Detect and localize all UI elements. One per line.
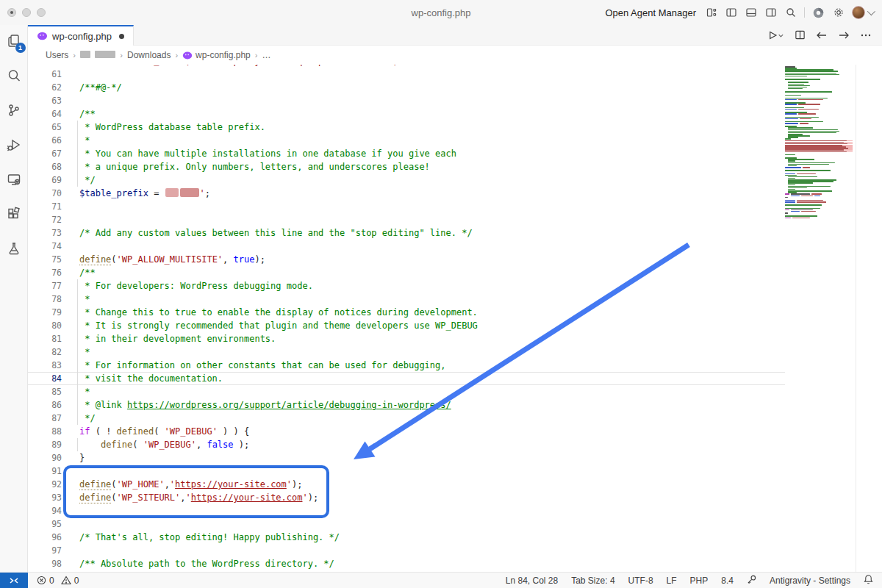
code-line[interactable]: 95 [28,517,785,531]
code-line[interactable]: 70$table_prefix = '; [28,187,785,200]
code-line[interactable]: 87 */ [28,412,785,425]
open-agent-manager-button[interactable]: Open Agent Manager [605,7,696,18]
line-number[interactable]: 64 [28,107,68,121]
line-number[interactable]: 89 [28,438,68,451]
tab-size-indicator[interactable]: Tab Size: 4 [571,576,614,586]
minimize-window-button[interactable] [22,8,31,17]
line-number[interactable]: 96 [28,531,68,544]
code-line[interactable]: 85 * [28,385,785,398]
code-line[interactable]: 73/* Add any custom values between this … [28,226,785,240]
testing-beaker-icon[interactable] [5,240,23,257]
line-number[interactable]: 88 [28,425,68,438]
code-line[interactable]: 67 * You can have multiple installations… [28,147,785,160]
code-line[interactable]: 74 [28,240,785,253]
code-line[interactable]: 88if ( ! defined( 'WP_DEBUG' ) ) { [28,425,785,438]
line-number[interactable]: 93 [28,491,68,504]
line-number[interactable]: 72 [28,213,68,226]
code-line[interactable]: 98/** Absolute path to the WordPress dir… [28,557,785,570]
code-line[interactable]: 61 [28,68,785,81]
line-number[interactable]: 97 [28,544,68,557]
code-line[interactable]: 64/** [28,107,785,121]
php-version-indicator[interactable]: 8.4 [721,576,734,586]
cursor-position[interactable]: Ln 84, Col 28 [506,576,558,586]
key-icon[interactable] [747,575,756,587]
code-line[interactable]: 79 * Change this to true to enable the d… [28,306,785,319]
code-editor[interactable]: 60define( 'NONCE_SALT', 'put your unique… [28,65,882,572]
code-line[interactable]: 76/** [28,266,785,279]
line-number[interactable]: 74 [28,240,68,253]
line-number[interactable]: 61 [28,68,68,81]
line-number[interactable]: 85 [28,385,68,398]
run-button[interactable] [768,30,784,40]
line-number[interactable]: 66 [28,134,68,147]
tab-wp-config[interactable]: wp-config.php [28,25,134,46]
toggle-panel-left-icon[interactable] [725,7,737,19]
line-number[interactable]: 69 [28,173,68,187]
code-line[interactable]: 96/* That's all, stop editing! Happy pub… [28,531,785,544]
split-editor-button[interactable] [795,29,806,40]
code-line[interactable]: 89 define( 'WP_DEBUG', false ); [28,438,785,451]
layout-grid-icon[interactable] [705,7,717,19]
line-number[interactable]: 90 [28,451,68,465]
code-line[interactable]: 71 [28,200,785,213]
breadcrumb-item-redacted[interactable] [80,50,115,60]
code-line[interactable]: 83 * For information on other constants … [28,359,785,372]
more-actions-button[interactable] [860,30,872,40]
code-line[interactable]: 63 [28,94,785,107]
line-number[interactable]: 95 [28,517,68,531]
line-number[interactable]: 68 [28,160,68,173]
breadcrumb-item-file[interactable]: wp-config.php [182,50,251,60]
line-number[interactable]: 81 [28,332,68,345]
toggle-panel-right-icon[interactable] [764,7,777,19]
line-number[interactable]: 76 [28,266,68,279]
code-line[interactable]: 86 * @link https://wordpress.org/support… [28,398,785,412]
maximize-window-button[interactable] [37,8,46,17]
code-line[interactable]: 75define('WP_ALLOW_MULTISITE', true); [28,253,785,266]
line-number[interactable]: 79 [28,306,68,319]
line-number[interactable]: 83 [28,359,68,372]
code-line[interactable]: 80 * It is strongly recommended that plu… [28,319,785,332]
line-number[interactable]: 94 [28,504,68,517]
code-line[interactable]: 62/**#@-*/ [28,81,785,94]
encoding-indicator[interactable]: UTF-8 [628,576,653,586]
code-line[interactable]: 78 * [28,293,785,306]
close-window-button[interactable] [7,8,16,17]
breadcrumb-item-symbol[interactable]: … [262,50,270,60]
line-number[interactable]: 63 [28,94,68,107]
code-line[interactable]: 81 * in their development environments. [28,332,785,345]
code-line[interactable]: 69 */ [28,173,785,187]
breadcrumb-item-users[interactable]: Users [46,50,68,60]
mode-indicator[interactable]: Antigravity - Settings [770,576,850,586]
navigate-back-button[interactable] [816,30,828,40]
remote-indicator[interactable] [0,573,28,588]
line-number[interactable]: 78 [28,293,68,306]
source-control-icon[interactable] [5,101,23,119]
code-line[interactable]: 82 * [28,345,785,359]
extensions-icon[interactable] [5,205,23,223]
minimap[interactable] [785,66,853,219]
code-line[interactable]: 90} [28,451,785,465]
line-number[interactable]: 98 [28,557,68,570]
line-number[interactable]: 92 [28,478,68,491]
modified-dot-icon[interactable] [119,34,124,39]
navigate-forward-button[interactable] [838,30,850,40]
line-number[interactable]: 77 [28,279,68,293]
code-line[interactable]: 97 [28,544,785,557]
line-number[interactable]: 84 [28,372,68,385]
errors-indicator[interactable]: 0 [35,576,56,586]
line-number[interactable]: 70 [28,187,68,200]
toggle-panel-bottom-icon[interactable] [745,7,757,19]
code-line[interactable]: 66 * [28,134,785,147]
line-number[interactable]: 80 [28,319,68,332]
line-number[interactable]: 62 [28,81,68,94]
code-line[interactable]: 77 * For developers: WordPress debugging… [28,279,785,293]
line-number[interactable]: 67 [28,147,68,160]
remote-explorer-icon[interactable] [5,171,23,188]
gear-icon[interactable] [832,7,845,19]
run-debug-icon[interactable] [5,136,23,154]
line-number[interactable]: 65 [28,121,68,134]
line-number[interactable]: 75 [28,253,68,266]
line-number[interactable]: 82 [28,345,68,359]
language-indicator[interactable]: PHP [690,576,709,586]
explorer-icon[interactable]: 1 [5,32,23,50]
